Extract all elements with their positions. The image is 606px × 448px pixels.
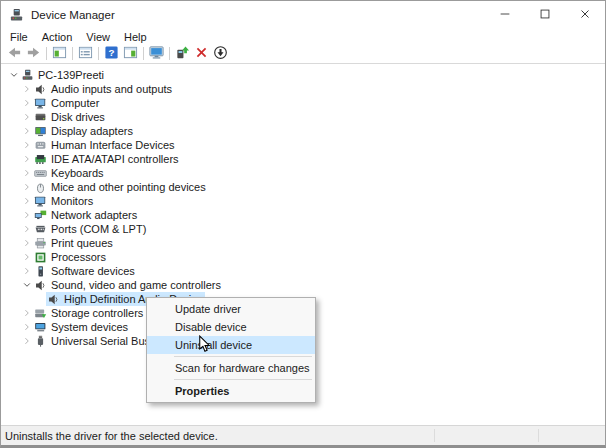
mouse-icon	[34, 181, 47, 194]
disable-device-icon	[213, 45, 228, 63]
chevron-right-icon[interactable]	[20, 252, 33, 262]
show-console-tree-button[interactable]	[50, 45, 69, 62]
back-button[interactable]	[5, 45, 24, 62]
context-menu-separator	[174, 379, 312, 380]
update-driver-button[interactable]	[173, 45, 192, 62]
tree-item-human-interface-devices[interactable]: Human Interface Devices	[1, 138, 605, 152]
disk-icon	[34, 111, 47, 124]
chevron-right-icon[interactable]	[20, 112, 33, 122]
context-menu-item-label: Update driver	[175, 303, 241, 315]
scan-hardware-changes-icon	[149, 45, 164, 63]
tree-item-label: Disk drives	[51, 111, 105, 123]
menu-view[interactable]: View	[79, 31, 117, 43]
context-menu-item-label: Scan for hardware changes	[175, 362, 310, 374]
statusbar-divider	[434, 429, 435, 442]
context-menu-item-properties[interactable]: Properties	[147, 382, 315, 400]
tree-item-processors[interactable]: Processors	[1, 250, 605, 264]
chevron-right-icon[interactable]	[20, 210, 33, 220]
close-icon	[578, 7, 592, 24]
chevron-right-icon[interactable]	[20, 238, 33, 248]
tree-item-software-devices[interactable]: Software devices	[1, 264, 605, 278]
uninstall-device-icon	[194, 45, 209, 63]
context-menu-item-label: Properties	[175, 385, 229, 397]
help-icon: ?	[104, 45, 119, 63]
chevron-right-icon[interactable]	[20, 224, 33, 234]
tree-item-disk-drives[interactable]: Disk drives	[1, 110, 605, 124]
chevron-right-icon[interactable]	[20, 140, 33, 150]
status-text: Uninstalls the driver for the selected d…	[5, 430, 218, 442]
ide-icon	[34, 153, 47, 166]
tree-item-keyboards[interactable]: Keyboards	[1, 166, 605, 180]
tree-item-label: PC-139Preeti	[38, 69, 104, 81]
tree-item-ports-com-lpt[interactable]: Ports (COM & LPT)	[1, 222, 605, 236]
monitor-icon	[34, 97, 47, 110]
display-icon	[34, 125, 47, 138]
tree-item-label: Keyboards	[51, 167, 104, 179]
properties-button[interactable]	[76, 45, 95, 62]
tree-item-label: Network adapters	[51, 209, 137, 221]
keyboard-icon	[34, 167, 47, 180]
tree-item-sound-video-and-game-controllers[interactable]: Sound, video and game controllers	[1, 278, 605, 292]
chevron-right-icon[interactable]	[20, 336, 33, 346]
tree-item-computer[interactable]: Computer	[1, 96, 605, 110]
tree-item-label: Print queues	[51, 237, 113, 249]
forward-button[interactable]	[24, 45, 43, 62]
chevron-right-icon[interactable]	[20, 98, 33, 108]
close-button[interactable]	[565, 1, 605, 29]
monitor-icon	[34, 195, 47, 208]
chevron-down-icon[interactable]	[20, 280, 33, 290]
processor-icon	[34, 251, 47, 264]
context-menu-item-disable-device[interactable]: Disable device	[147, 318, 315, 336]
chevron-right-icon[interactable]	[20, 126, 33, 136]
forward-icon	[26, 45, 41, 63]
context-menu-item-uninstall-device[interactable]: Uninstall device	[147, 336, 315, 354]
maximize-icon	[538, 7, 552, 24]
hid-icon	[34, 139, 47, 152]
software-icon	[34, 265, 47, 278]
tree-item-label: Audio inputs and outputs	[51, 83, 172, 95]
chevron-down-icon[interactable]	[7, 70, 20, 80]
chevron-right-icon[interactable]	[20, 308, 33, 318]
menu-help[interactable]: Help	[117, 31, 154, 43]
speaker-icon	[47, 293, 60, 306]
tree-item-pc-139preeti[interactable]: PC-139Preeti	[1, 68, 605, 82]
show-action-pane-button[interactable]	[121, 45, 140, 62]
chevron-right-icon[interactable]	[20, 266, 33, 276]
context-menu-separator	[174, 356, 312, 357]
menu-file[interactable]: File	[3, 31, 35, 43]
toolbar-separator	[143, 47, 144, 60]
tree-item-label: Storage controllers	[51, 307, 143, 319]
chevron-right-icon[interactable]	[20, 154, 33, 164]
chevron-right-icon[interactable]	[20, 182, 33, 192]
ports-icon	[34, 223, 47, 236]
toolbar-separator	[72, 47, 73, 60]
minimize-button[interactable]	[485, 1, 525, 29]
statusbar-divider	[538, 429, 539, 442]
status-bar: Uninstalls the driver for the selected d…	[1, 425, 605, 445]
tree-item-display-adapters[interactable]: Display adapters	[1, 124, 605, 138]
chevron-right-icon[interactable]	[20, 168, 33, 178]
device-manager-window: Device Manager FileActionViewHelp ? PC-1…	[0, 0, 606, 448]
chevron-right-icon[interactable]	[20, 84, 33, 94]
maximize-button[interactable]	[525, 1, 565, 29]
toolbar: ?	[1, 44, 605, 64]
tree-item-ide-ata-atapi-controllers[interactable]: IDE ATA/ATAPI controllers	[1, 152, 605, 166]
tree-item-print-queues[interactable]: Print queues	[1, 236, 605, 250]
context-menu-item-scan-for-hardware-changes[interactable]: Scan for hardware changes	[147, 359, 315, 377]
tree-item-mice-and-other-pointing-devices[interactable]: Mice and other pointing devices	[1, 180, 605, 194]
tree-item-monitors[interactable]: Monitors	[1, 194, 605, 208]
scan-hardware-changes-button[interactable]	[147, 45, 166, 62]
printer-icon	[34, 237, 47, 250]
toolbar-separator	[169, 47, 170, 60]
window-controls	[485, 1, 605, 29]
context-menu-item-update-driver[interactable]: Update driver	[147, 300, 315, 318]
help-button[interactable]: ?	[102, 45, 121, 62]
tree-item-audio-inputs-and-outputs[interactable]: Audio inputs and outputs	[1, 82, 605, 96]
uninstall-device-button[interactable]	[192, 45, 211, 62]
chevron-right-icon[interactable]	[20, 322, 33, 332]
speaker-icon	[34, 83, 47, 96]
tree-item-network-adapters[interactable]: Network adapters	[1, 208, 605, 222]
menu-action[interactable]: Action	[35, 31, 80, 43]
disable-device-button[interactable]	[211, 45, 230, 62]
chevron-right-icon[interactable]	[20, 196, 33, 206]
